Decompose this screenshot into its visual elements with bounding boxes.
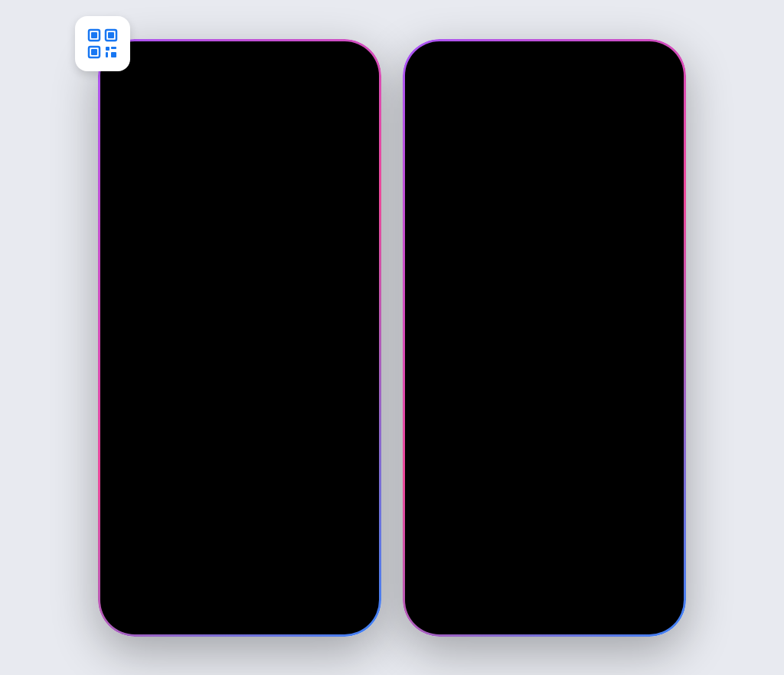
svg-rect-107 (500, 369, 505, 374)
battery-icon-2: ▮ (660, 52, 665, 64)
svg-rect-37 (558, 236, 563, 241)
time-2: 9:41 (423, 51, 446, 64)
profile-name: Alex Walker (197, 187, 283, 205)
theme-item[interactable]: Theme System › (113, 235, 367, 277)
avatar-chevron: › (351, 477, 354, 490)
svg-rect-136 (587, 397, 592, 401)
svg-rect-153 (629, 337, 633, 342)
settings-title: Settings (214, 84, 265, 100)
svg-rect-139 (595, 314, 599, 319)
svg-rect-102 (606, 297, 610, 302)
qr-avatar (517, 122, 572, 177)
settings-group-2: Supervision › (113, 412, 367, 454)
svg-rect-53 (570, 251, 575, 256)
svg-rect-128 (581, 388, 586, 392)
svg-rect-140 (607, 317, 612, 322)
svg-rect-41 (514, 244, 518, 248)
svg-rect-74 (483, 274, 488, 279)
svg-rect-52 (560, 251, 564, 256)
accessibility-item[interactable]: Accessibility › (113, 319, 367, 362)
svg-rect-68 (558, 267, 563, 271)
svg-rect-58 (537, 259, 541, 264)
svg-rect-159 (635, 354, 639, 359)
svg-rect-47 (500, 251, 505, 256)
orders-item[interactable]: Orders › (113, 547, 367, 588)
camera-icon[interactable]: 📷 (250, 159, 269, 178)
avatar-label: Avatar (158, 477, 351, 490)
qr-screen: ‹ QR code Alex Walker (405, 75, 684, 634)
svg-rect-132 (531, 397, 535, 401)
accessibility-icon (125, 329, 148, 352)
svg-rect-144 (509, 328, 514, 333)
svg-rect-35 (537, 236, 541, 241)
svg-rect-61 (575, 259, 580, 264)
qr-code (445, 219, 644, 418)
svg-rect-76 (454, 282, 459, 287)
svg-rect-8 (106, 52, 108, 57)
svg-rect-85 (472, 297, 477, 302)
active-status-label: Active status (158, 291, 330, 305)
share-button[interactable]: Share (433, 509, 656, 547)
svg-rect-104 (596, 305, 601, 310)
svg-point-12 (135, 336, 138, 339)
supervision-item[interactable]: Supervision › (113, 412, 367, 454)
profile-section: 📷 Alex Walker Leave a note (100, 106, 379, 235)
svg-rect-112 (566, 369, 570, 374)
avatar-container[interactable]: 📷 (209, 118, 270, 179)
svg-rect-146 (612, 323, 616, 328)
svg-rect-65 (521, 267, 526, 271)
theme-value: System (305, 249, 346, 263)
privacy-safety-item[interactable]: Privacy & safety › (113, 362, 367, 403)
svg-rect-22 (500, 228, 505, 233)
svg-rect-111 (552, 369, 557, 374)
svg-rect-103 (621, 297, 626, 302)
svg-rect-121 (584, 378, 589, 383)
svg-rect-160 (500, 363, 505, 368)
svg-rect-16 (460, 234, 485, 259)
qr-back-button[interactable]: ‹ (420, 84, 425, 100)
qr-reset-link[interactable]: Reset QR code (505, 473, 584, 486)
svg-rect-64 (511, 267, 515, 271)
svg-rect-48 (508, 251, 512, 256)
svg-rect-118 (544, 378, 549, 383)
battery-icon: ▮ (355, 52, 361, 64)
svg-rect-109 (521, 369, 526, 374)
phone-settings: 9:41 📶 ▮ Settings Done (98, 39, 381, 637)
svg-rect-54 (581, 251, 586, 256)
svg-rect-152 (613, 342, 618, 346)
svg-rect-145 (596, 326, 601, 331)
svg-rect-87 (454, 305, 459, 310)
svg-rect-164 (627, 363, 632, 368)
leave-note-link[interactable]: Leave a note (209, 208, 271, 220)
active-status-icon (125, 287, 148, 310)
phone-qr: 9:41 📶 ▮ ‹ QR code (403, 39, 686, 637)
active-status-item[interactable]: Active status On › (113, 277, 367, 319)
svg-rect-119 (560, 378, 564, 383)
status-icons-1: 📶 ▮ (321, 52, 361, 64)
signal-icon-2 (626, 54, 639, 63)
svg-rect-151 (599, 339, 604, 343)
settings-header: Settings Done (100, 75, 379, 106)
settings-group-1: Theme System › Active status (113, 235, 367, 403)
svg-rect-26 (534, 228, 538, 233)
svg-rect-131 (515, 397, 520, 401)
svg-rect-115 (505, 378, 509, 383)
notification-item[interactable]: Notification & sounds On › (113, 505, 367, 547)
avatar-item[interactable]: Avatar › (113, 463, 367, 505)
svg-rect-124 (528, 388, 532, 392)
svg-rect-92 (609, 274, 613, 279)
svg-rect-63 (500, 267, 505, 271)
svg-rect-96 (612, 282, 616, 287)
svg-rect-105 (610, 305, 615, 310)
svg-rect-31 (581, 228, 586, 233)
svg-rect-143 (500, 325, 505, 329)
svg-rect-55 (503, 259, 508, 264)
qr-title: QR code (518, 84, 571, 100)
svg-rect-33 (511, 236, 515, 241)
svg-rect-141 (621, 313, 626, 317)
svg-rect-84 (454, 297, 459, 302)
qr-profile-name: Alex Walker (501, 186, 588, 204)
settings-done-button[interactable]: Done (332, 84, 364, 100)
svg-rect-100 (630, 290, 635, 294)
svg-rect-150 (515, 342, 520, 346)
